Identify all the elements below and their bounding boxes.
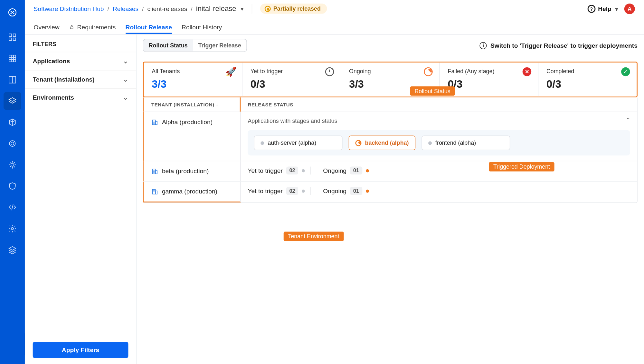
col-header-tenant[interactable]: TENANT (INSTALLATION) ↓ bbox=[143, 97, 241, 112]
release-cell: ⌃ Applications with stages and status au… bbox=[241, 112, 637, 161]
breadcrumb-dropdown-icon[interactable]: ▾ bbox=[241, 5, 244, 12]
breadcrumb: Software Distribution Hub / Releases / c… bbox=[33, 0, 644, 17]
info-hint: i Switch to 'Trigger Release' to trigger… bbox=[480, 42, 638, 49]
ongoing-icon bbox=[423, 67, 433, 76]
chevron-down-icon: ⌄ bbox=[123, 94, 128, 101]
status-pill: Partially released bbox=[260, 4, 327, 14]
nav-package-icon[interactable] bbox=[4, 113, 21, 131]
filters-panel: FILTERS Applications⌄ Tenant (Installati… bbox=[25, 34, 137, 364]
table-row: beta (production) Yet to trigger 02 Ongo… bbox=[143, 161, 637, 182]
toggle-trigger-release[interactable]: Trigger Release bbox=[193, 39, 246, 51]
table-header: TENANT (INSTALLATION) ↓ RELEASE STATUS bbox=[143, 97, 637, 112]
release-cell: Yet to trigger 02 Ongoing 01 bbox=[241, 182, 637, 202]
nav-settings-icon[interactable] bbox=[4, 220, 21, 238]
tenant-icon bbox=[151, 168, 158, 175]
status-dot-grey bbox=[302, 169, 305, 172]
nav-panel-icon[interactable] bbox=[4, 71, 21, 89]
nav-shield-icon[interactable] bbox=[4, 177, 21, 195]
ongoing-icon bbox=[355, 140, 361, 146]
col-header-release[interactable]: RELEASE STATUS bbox=[241, 97, 637, 112]
callout-triggered: Triggered Deployment bbox=[489, 162, 554, 172]
nav-layers-icon[interactable] bbox=[4, 241, 21, 259]
app-chip-backend[interactable]: backend (alpha) bbox=[349, 135, 415, 150]
table-row: gamma (production) Yet to trigger 02 Ong… bbox=[143, 182, 637, 202]
svg-point-8 bbox=[11, 142, 14, 145]
toggle-rollout-status[interactable]: Rollout Status bbox=[143, 39, 193, 51]
main-content: Rollout Status Trigger Release i Switch … bbox=[137, 34, 644, 364]
tab-overview[interactable]: Overview bbox=[33, 24, 59, 34]
svg-rect-17 bbox=[156, 171, 157, 174]
callout-rollout-status: Rollout Status bbox=[410, 86, 455, 96]
sort-arrow-icon: ↓ bbox=[216, 102, 218, 107]
nav-grid-icon[interactable] bbox=[4, 50, 21, 67]
nav-bug-icon[interactable] bbox=[4, 156, 21, 174]
status-dot-grey bbox=[428, 141, 432, 145]
filter-environments[interactable]: Environments⌄ bbox=[25, 88, 136, 106]
mini-yet-to-trigger: Yet to trigger 02 bbox=[248, 187, 310, 195]
view-toggle: Rollout Status Trigger Release bbox=[143, 39, 247, 52]
summary-all-tenants[interactable]: All Tenants 3/3 🚀 bbox=[144, 63, 242, 97]
crumb-client[interactable]: client-releases bbox=[147, 5, 187, 12]
apply-filters-button[interactable]: Apply Filters bbox=[33, 342, 128, 358]
release-cell: Yet to trigger 02 Ongoing 01 bbox=[241, 161, 637, 181]
sidebar bbox=[0, 0, 25, 364]
rollout-table: TENANT (INSTALLATION) ↓ RELEASE STATUS A… bbox=[143, 97, 638, 203]
fail-icon: ✕ bbox=[522, 67, 532, 76]
svg-rect-4 bbox=[13, 38, 16, 41]
tab-requirements-label: Requirements bbox=[77, 24, 116, 31]
tenant-icon bbox=[151, 188, 158, 195]
tab-rollout-history[interactable]: Rollout History bbox=[182, 24, 222, 34]
svg-rect-13 bbox=[71, 27, 73, 29]
nav-dashboard-icon[interactable] bbox=[4, 28, 21, 46]
summary-cards: All Tenants 3/3 🚀 Yet to trigger 0/3 Ong… bbox=[143, 62, 638, 97]
filter-tenant[interactable]: Tenant (Installations)⌄ bbox=[25, 70, 136, 88]
callout-tenant-env: Tenant Environment bbox=[284, 232, 344, 241]
chevron-down-icon: ▾ bbox=[615, 5, 618, 12]
info-icon: i bbox=[480, 42, 487, 49]
mini-ongoing: Ongoing 01 bbox=[323, 167, 369, 175]
apps-row: auth-server (alpha) backend (alpha) fron… bbox=[248, 130, 630, 155]
nav-target-icon[interactable] bbox=[4, 135, 21, 152]
tenant-name: gamma (production) bbox=[162, 188, 217, 195]
collapse-icon[interactable]: ⌃ bbox=[626, 116, 631, 123]
svg-rect-1 bbox=[9, 34, 12, 36]
lock-icon bbox=[69, 25, 74, 30]
mini-yet-to-trigger: Yet to trigger 02 bbox=[248, 167, 310, 175]
summary-completed[interactable]: Completed 0/3 ✓ bbox=[538, 63, 637, 97]
help-label: Help bbox=[598, 5, 611, 12]
svg-rect-2 bbox=[13, 34, 16, 36]
svg-point-10 bbox=[11, 228, 14, 230]
user-avatar[interactable]: A bbox=[624, 4, 635, 14]
partial-status-icon bbox=[264, 5, 270, 12]
help-button[interactable]: ? Help ▾ bbox=[587, 5, 618, 13]
topbar: Software Distribution Hub / Releases / c… bbox=[25, 0, 644, 34]
app-chip-frontend[interactable]: frontend (alpha) bbox=[421, 135, 510, 150]
tab-requirements[interactable]: Requirements bbox=[69, 24, 116, 34]
svg-rect-5 bbox=[9, 55, 16, 62]
apps-label: Applications with stages and status bbox=[248, 117, 630, 124]
chevron-down-icon: ⌄ bbox=[123, 58, 128, 65]
tab-rollout-release[interactable]: Rollout Release bbox=[126, 24, 172, 34]
filter-applications[interactable]: Applications⌄ bbox=[25, 52, 136, 70]
app-chip-auth[interactable]: auth-server (alpha) bbox=[254, 135, 343, 150]
tenant-cell[interactable]: gamma (production) bbox=[143, 182, 241, 202]
tenant-name: Alpha (production) bbox=[162, 118, 213, 125]
nav-distribution-icon[interactable] bbox=[4, 92, 21, 110]
svg-point-9 bbox=[11, 163, 14, 166]
crumb-release-name[interactable]: inital-release bbox=[196, 5, 236, 13]
nav-code-icon[interactable] bbox=[4, 199, 21, 216]
status-pill-text: Partially released bbox=[273, 5, 321, 12]
svg-rect-3 bbox=[9, 38, 12, 41]
summary-yet-to-trigger[interactable]: Yet to trigger 0/3 bbox=[242, 63, 341, 97]
info-hint-text: Switch to 'Trigger Release' to trigger d… bbox=[490, 42, 638, 49]
chevron-down-icon: ⌄ bbox=[123, 76, 128, 83]
svg-rect-19 bbox=[156, 191, 157, 194]
svg-point-7 bbox=[9, 141, 15, 146]
tenant-cell[interactable]: Alpha (production) bbox=[143, 112, 241, 161]
table-row: Alpha (production) ⌃ Applications with s… bbox=[143, 112, 637, 162]
tenant-cell[interactable]: beta (production) bbox=[143, 161, 241, 181]
crumb-releases[interactable]: Releases bbox=[113, 5, 138, 12]
brand-logo[interactable] bbox=[5, 5, 19, 19]
rocket-icon: 🚀 bbox=[226, 67, 236, 76]
crumb-hub[interactable]: Software Distribution Hub bbox=[33, 5, 104, 12]
